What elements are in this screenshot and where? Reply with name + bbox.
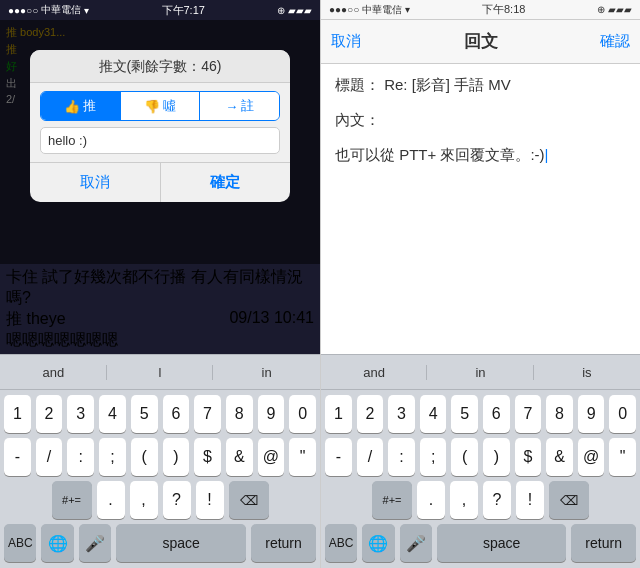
r-key-0[interactable]: 0 (609, 395, 636, 433)
r-suggestion-is[interactable]: is (534, 361, 640, 384)
key-8[interactable]: 8 (226, 395, 253, 433)
key-3[interactable]: 3 (67, 395, 94, 433)
key-question[interactable]: ? (163, 481, 191, 519)
key-amp[interactable]: & (226, 438, 253, 476)
left-time: 下午7:17 (162, 3, 205, 18)
r-key-lparen[interactable]: ( (451, 438, 478, 476)
key-at[interactable]: @ (258, 438, 285, 476)
backspace-key[interactable]: ⌫ (229, 481, 269, 519)
wifi-icon: ▾ (84, 5, 89, 16)
left-kb-row-numbers: 1 2 3 4 5 6 7 8 9 0 (0, 390, 320, 433)
r-key-comma[interactable]: , (450, 481, 478, 519)
dialog-confirm-button[interactable]: 確定 (161, 163, 291, 202)
r-mic-key[interactable]: 🎤 (400, 524, 432, 562)
key-2[interactable]: 2 (36, 395, 63, 433)
dialog-input-area (40, 127, 280, 154)
r-key-2[interactable]: 2 (357, 395, 384, 433)
globe-key[interactable]: 🌐 (41, 524, 73, 562)
r-key-9[interactable]: 9 (578, 395, 605, 433)
r-key-abc[interactable]: ABC (325, 524, 357, 562)
r-key-8[interactable]: 8 (546, 395, 573, 433)
left-signal: ●●●○○ 中華電信 ▾ (8, 3, 89, 17)
key-1[interactable]: 1 (4, 395, 31, 433)
r-key-6[interactable]: 6 (483, 395, 510, 433)
tab-push[interactable]: 👍 推 (41, 92, 121, 120)
r-key-3[interactable]: 3 (388, 395, 415, 433)
body-label-area: 內文： (335, 109, 626, 132)
key-dash[interactable]: - (4, 438, 31, 476)
key-9[interactable]: 9 (258, 395, 285, 433)
r-key-quote[interactable]: " (609, 438, 636, 476)
r-key-dash[interactable]: - (325, 438, 352, 476)
right-phone-panel: ●●●○○ 中華電信 ▾ 下午8:18 ⊕ ▰▰▰ 取消 回文 確認 標題： R… (320, 0, 640, 568)
left-kb-row-bottom: ABC 🌐 🎤 space return (0, 519, 320, 568)
key-dollar[interactable]: $ (194, 438, 221, 476)
r-key-dollar[interactable]: $ (515, 438, 542, 476)
r-key-question[interactable]: ? (483, 481, 511, 519)
suggestion-in[interactable]: in (213, 361, 320, 384)
key-comma[interactable]: , (130, 481, 158, 519)
tab-note[interactable]: → 註 (200, 92, 279, 120)
dialog-buttons: 取消 確定 (30, 162, 290, 202)
key-7[interactable]: 7 (194, 395, 221, 433)
key-5[interactable]: 5 (131, 395, 158, 433)
nav-confirm-button[interactable]: 確認 (600, 32, 630, 51)
key-0[interactable]: 0 (289, 395, 316, 433)
r-backspace-key[interactable]: ⌫ (549, 481, 589, 519)
key-abc[interactable]: ABC (4, 524, 36, 562)
suggestion-l[interactable]: l (107, 361, 214, 384)
r-key-slash[interactable]: / (357, 438, 384, 476)
r-suggestion-in[interactable]: in (427, 361, 533, 384)
left-status-right: ⊕ ▰▰▰ (277, 5, 312, 16)
key-semicolon[interactable]: ; (99, 438, 126, 476)
suggestion-and[interactable]: and (0, 361, 107, 384)
right-kb-row-numbers: 1 2 3 4 5 6 7 8 9 0 (321, 390, 640, 433)
nav-title: 回文 (464, 30, 498, 53)
r-key-4[interactable]: 4 (420, 395, 447, 433)
right-signal: ●●●○○ 中華電信 ▾ (329, 3, 410, 17)
key-slash[interactable]: / (36, 438, 63, 476)
body-value: 也可以從 PTT+ 來回覆文章。:-) (335, 146, 545, 163)
push-row: 推 theye 09/13 10:41 (6, 309, 314, 330)
r-key-period[interactable]: . (417, 481, 445, 519)
key-period[interactable]: . (97, 481, 125, 519)
r-key-1[interactable]: 1 (325, 395, 352, 433)
r-space-key[interactable]: space (437, 524, 566, 562)
right-kb-row-more: #+= . , ? ! ⌫ (321, 476, 640, 519)
r-key-colon[interactable]: : (388, 438, 415, 476)
r-key-exclaim[interactable]: ! (516, 481, 544, 519)
right-kb-row-bottom: ABC 🌐 🎤 space return (321, 519, 640, 568)
dialog-cancel-button[interactable]: 取消 (30, 163, 161, 202)
r-key-at[interactable]: @ (578, 438, 605, 476)
r-key-5[interactable]: 5 (451, 395, 478, 433)
r-key-hashplus[interactable]: #+= (372, 481, 412, 519)
tab-note-label: 註 (241, 97, 254, 115)
bottom-posts: 卡住 試了好幾次都不行播 有人有同樣情況嗎? 推 theye 09/13 10:… (0, 264, 320, 354)
r-key-semicolon[interactable]: ; (420, 438, 447, 476)
key-rparen[interactable]: ) (163, 438, 190, 476)
r-suggestion-and[interactable]: and (321, 361, 427, 384)
key-6[interactable]: 6 (163, 395, 190, 433)
warning-line: 卡住 試了好幾次都不行播 有人有同樣情況嗎? (6, 267, 314, 309)
key-exclaim[interactable]: ! (196, 481, 224, 519)
r-globe-key[interactable]: 🌐 (362, 524, 394, 562)
r-key-amp[interactable]: & (546, 438, 573, 476)
tab-boo[interactable]: 👎 噓 (121, 92, 201, 120)
return-key[interactable]: return (251, 524, 316, 562)
r-key-7[interactable]: 7 (515, 395, 542, 433)
r-signal-dots: ●●●○○ (329, 4, 359, 15)
key-quote[interactable]: " (289, 438, 316, 476)
key-lparen[interactable]: ( (131, 438, 158, 476)
r-key-rparen[interactable]: ) (483, 438, 510, 476)
space-key[interactable]: space (116, 524, 246, 562)
left-status-bar: ●●●○○ 中華電信 ▾ 下午7:17 ⊕ ▰▰▰ (0, 0, 320, 20)
text-cursor (545, 146, 549, 163)
r-return-key[interactable]: return (571, 524, 636, 562)
key-4[interactable]: 4 (99, 395, 126, 433)
body-text[interactable]: 也可以從 PTT+ 來回覆文章。:-) (335, 143, 626, 167)
push-text-input[interactable] (40, 127, 280, 154)
mic-key[interactable]: 🎤 (79, 524, 111, 562)
key-hashplus[interactable]: #+= (52, 481, 92, 519)
key-colon[interactable]: : (67, 438, 94, 476)
nav-cancel-button[interactable]: 取消 (331, 32, 361, 51)
